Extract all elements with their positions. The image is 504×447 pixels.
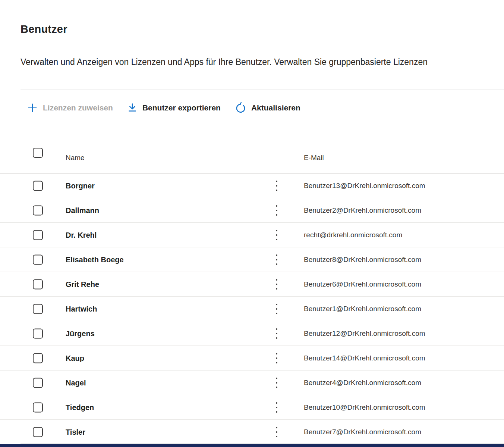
user-name: Tiedgen	[66, 403, 94, 412]
more-actions-icon[interactable]	[274, 376, 280, 390]
user-email: Benutzer14@DrKrehl.onmicrosoft.com	[304, 354, 425, 362]
select-all-checkbox[interactable]	[33, 148, 43, 158]
refresh-label: Aktualisieren	[251, 103, 300, 112]
email-column-header[interactable]: E-Mail	[304, 154, 324, 162]
user-email: Benutzer6@DrKrehl.onmicrosoft.com	[304, 280, 421, 288]
plus-icon	[27, 102, 38, 113]
assign-licenses-label: Lizenzen zuweisen	[43, 103, 113, 112]
row-checkbox[interactable]	[33, 353, 43, 363]
user-table-body: Borgner Benutzer13@DrKrehl.onmicrosoft.c…	[0, 174, 504, 444]
table-row[interactable]: Nagel Benutzer4@DrKrehl.onmicrosoft.com	[0, 371, 504, 395]
more-actions-icon[interactable]	[274, 179, 280, 193]
row-checkbox[interactable]	[33, 378, 43, 388]
user-email: recht@drkrehl.onmicrosoft.com	[304, 231, 402, 239]
user-name: Kaup	[66, 354, 84, 362]
export-users-label: Benutzer exportieren	[142, 103, 221, 112]
user-name: Grit Rehe	[66, 280, 99, 288]
more-actions-icon[interactable]	[274, 400, 280, 415]
user-email: Benutzer10@DrKrehl.onmicrosoft.com	[304, 403, 425, 412]
row-checkbox[interactable]	[33, 304, 43, 314]
user-email: Benutzer8@DrKrehl.onmicrosoft.com	[304, 256, 421, 264]
more-actions-icon[interactable]	[274, 253, 280, 267]
user-name: Borgner	[66, 181, 95, 190]
export-users-button[interactable]: Benutzer exportieren	[126, 103, 221, 113]
table-row[interactable]: Kaup Benutzer14@DrKrehl.onmicrosoft.com	[0, 346, 504, 371]
user-name: Dallmann	[66, 206, 99, 215]
toolbar-divider	[21, 90, 504, 90]
row-checkbox[interactable]	[33, 205, 43, 215]
row-checkbox[interactable]	[33, 230, 43, 240]
user-name: Jürgens	[66, 329, 95, 338]
user-name: Nagel	[66, 378, 86, 387]
table-row[interactable]: Borgner Benutzer13@DrKrehl.onmicrosoft.c…	[0, 174, 504, 198]
more-actions-icon[interactable]	[274, 228, 280, 242]
download-icon	[127, 103, 138, 113]
row-checkbox[interactable]	[33, 279, 43, 289]
refresh-icon	[235, 102, 246, 114]
more-actions-icon[interactable]	[274, 326, 280, 341]
user-email: Benutzer7@DrKrehl.onmicrosoft.com	[304, 428, 421, 436]
table-row[interactable]: Elisabeth Boege Benutzer8@DrKrehl.onmicr…	[0, 247, 504, 272]
user-name: Hartwich	[66, 304, 97, 313]
user-name: Tisler	[66, 428, 85, 436]
users-license-page: Benutzer Verwalten und Anzeigen von Lize…	[0, 0, 504, 447]
more-actions-icon[interactable]	[274, 425, 280, 439]
row-checkbox[interactable]	[33, 328, 43, 338]
assign-licenses-button[interactable]: Lizenzen zuweisen	[26, 102, 114, 113]
page-subtitle: Verwalten und Anzeigen von Lizenzen und …	[21, 57, 428, 67]
bottom-bar	[0, 444, 504, 447]
table-row[interactable]: Jürgens Benutzer12@DrKrehl.onmicrosoft.c…	[0, 321, 504, 346]
row-checkbox[interactable]	[33, 181, 43, 191]
user-email: Benutzer2@DrKrehl.onmicrosoft.com	[304, 206, 421, 215]
name-column-header[interactable]: Name	[66, 154, 85, 162]
row-checkbox[interactable]	[33, 254, 43, 265]
row-checkbox[interactable]	[33, 402, 43, 412]
table-header: Name E-Mail	[0, 144, 504, 174]
user-email: Benutzer12@DrKrehl.onmicrosoft.com	[304, 329, 425, 338]
row-checkbox[interactable]	[33, 427, 43, 437]
user-email: Benutzer13@DrKrehl.onmicrosoft.com	[304, 182, 425, 190]
table-row[interactable]: Dr. Krehl recht@drkrehl.onmicrosoft.com	[0, 223, 504, 247]
user-name: Dr. Krehl	[66, 231, 97, 239]
more-actions-icon[interactable]	[274, 302, 280, 316]
more-actions-icon[interactable]	[274, 203, 280, 218]
refresh-button[interactable]: Aktualisieren	[234, 102, 301, 114]
table-row[interactable]: Grit Rehe Benutzer6@DrKrehl.onmicrosoft.…	[0, 272, 504, 297]
more-actions-icon[interactable]	[274, 351, 280, 365]
command-bar: Lizenzen zuweisen Benutzer exportieren A…	[26, 98, 301, 118]
table-row[interactable]: Tiedgen Benutzer10@DrKrehl.onmicrosoft.c…	[0, 395, 504, 420]
table-row[interactable]: Dallmann Benutzer2@DrKrehl.onmicrosoft.c…	[0, 198, 504, 223]
user-email: Benutzer4@DrKrehl.onmicrosoft.com	[304, 379, 421, 387]
user-name: Elisabeth Boege	[66, 255, 124, 264]
table-row[interactable]: Tisler Benutzer7@DrKrehl.onmicrosoft.com	[0, 420, 504, 444]
more-actions-icon[interactable]	[274, 277, 280, 291]
page-title: Benutzer	[21, 23, 67, 35]
user-email: Benutzer1@DrKrehl.onmicrosoft.com	[304, 305, 421, 313]
table-row[interactable]: Hartwich Benutzer1@DrKrehl.onmicrosoft.c…	[0, 297, 504, 321]
